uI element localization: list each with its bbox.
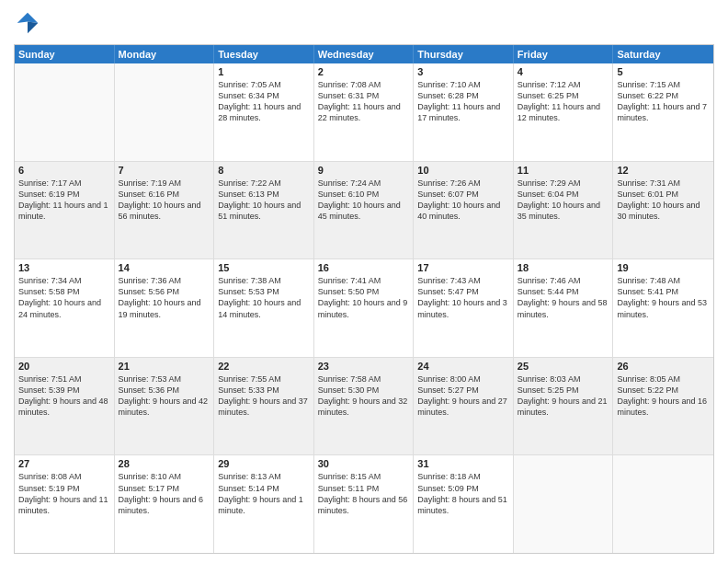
cell-info: Sunrise: 7:48 AMSunset: 5:41 PMDaylight:… (617, 275, 710, 320)
day-number: 4 (518, 66, 609, 77)
day-number: 8 (218, 165, 310, 176)
calendar-row-0: 1Sunrise: 7:05 AMSunset: 6:34 PMDaylight… (15, 63, 713, 161)
day-cell-13: 13Sunrise: 7:34 AMSunset: 5:58 PMDayligh… (15, 259, 115, 357)
weekday-header-saturday: Saturday (613, 45, 713, 63)
cell-info: Sunrise: 7:08 AMSunset: 6:31 PMDaylight:… (318, 79, 410, 124)
day-cell-31: 31Sunrise: 8:18 AMSunset: 5:09 PMDayligh… (414, 455, 514, 553)
day-number: 26 (617, 361, 710, 372)
day-cell-12: 12Sunrise: 7:31 AMSunset: 6:01 PMDayligh… (613, 162, 713, 259)
day-cell-28: 28Sunrise: 8:10 AMSunset: 5:17 PMDayligh… (115, 455, 215, 553)
day-number: 28 (119, 458, 210, 469)
day-number: 16 (318, 262, 410, 273)
day-cell-30: 30Sunrise: 8:15 AMSunset: 5:11 PMDayligh… (314, 455, 415, 553)
day-number: 1 (218, 66, 310, 77)
day-cell-26: 26Sunrise: 8:05 AMSunset: 5:22 PMDayligh… (613, 358, 713, 455)
svg-marker-1 (28, 22, 38, 34)
cell-info: Sunrise: 7:05 AMSunset: 6:34 PMDaylight:… (218, 79, 310, 124)
logo (14, 9, 45, 37)
cell-info: Sunrise: 7:36 AMSunset: 5:56 PMDaylight:… (119, 275, 210, 320)
empty-cell (613, 455, 713, 553)
day-number: 24 (417, 361, 509, 372)
cell-info: Sunrise: 7:31 AMSunset: 6:01 PMDaylight:… (617, 178, 710, 223)
day-number: 31 (417, 458, 509, 469)
day-cell-20: 20Sunrise: 7:51 AMSunset: 5:39 PMDayligh… (15, 358, 115, 455)
weekday-header-wednesday: Wednesday (314, 45, 415, 63)
calendar-row-3: 20Sunrise: 7:51 AMSunset: 5:39 PMDayligh… (15, 357, 713, 455)
calendar-header: SundayMondayTuesdayWednesdayThursdayFrid… (15, 45, 713, 63)
day-cell-5: 5Sunrise: 7:15 AMSunset: 6:22 PMDaylight… (613, 63, 713, 161)
weekday-header-friday: Friday (514, 45, 614, 63)
day-number: 13 (18, 262, 110, 273)
day-cell-29: 29Sunrise: 8:13 AMSunset: 5:14 PMDayligh… (214, 455, 314, 553)
day-number: 3 (417, 66, 509, 77)
cell-info: Sunrise: 8:13 AMSunset: 5:14 PMDaylight:… (218, 471, 310, 516)
cell-info: Sunrise: 7:34 AMSunset: 5:58 PMDaylight:… (18, 275, 110, 320)
cell-info: Sunrise: 8:00 AMSunset: 5:27 PMDaylight:… (417, 373, 509, 419)
logo-icon (14, 9, 41, 37)
day-number: 23 (318, 361, 410, 372)
day-number: 11 (518, 165, 609, 176)
cell-info: Sunrise: 8:15 AMSunset: 5:11 PMDaylight:… (318, 471, 410, 516)
calendar-row-2: 13Sunrise: 7:34 AMSunset: 5:58 PMDayligh… (15, 259, 713, 357)
day-cell-27: 27Sunrise: 8:08 AMSunset: 5:19 PMDayligh… (15, 455, 115, 553)
day-number: 2 (318, 66, 410, 77)
cell-info: Sunrise: 7:12 AMSunset: 6:25 PMDaylight:… (518, 79, 609, 124)
day-cell-16: 16Sunrise: 7:41 AMSunset: 5:50 PMDayligh… (314, 259, 415, 357)
day-cell-1: 1Sunrise: 7:05 AMSunset: 6:34 PMDaylight… (214, 63, 314, 161)
cell-info: Sunrise: 8:05 AMSunset: 5:22 PMDaylight:… (617, 373, 710, 419)
day-number: 10 (417, 165, 509, 176)
day-number: 14 (119, 262, 210, 273)
cell-info: Sunrise: 7:38 AMSunset: 5:53 PMDaylight:… (218, 275, 310, 320)
day-number: 5 (617, 66, 710, 77)
day-cell-6: 6Sunrise: 7:17 AMSunset: 6:19 PMDaylight… (15, 162, 115, 259)
cell-info: Sunrise: 7:26 AMSunset: 6:07 PMDaylight:… (417, 178, 509, 223)
cell-info: Sunrise: 7:41 AMSunset: 5:50 PMDaylight:… (318, 275, 410, 320)
cell-info: Sunrise: 7:10 AMSunset: 6:28 PMDaylight:… (417, 79, 509, 124)
cell-info: Sunrise: 7:29 AMSunset: 6:04 PMDaylight:… (518, 178, 609, 223)
weekday-header-thursday: Thursday (414, 45, 514, 63)
empty-cell (15, 63, 115, 161)
cell-info: Sunrise: 7:19 AMSunset: 6:16 PMDaylight:… (119, 178, 210, 223)
day-cell-8: 8Sunrise: 7:22 AMSunset: 6:13 PMDaylight… (214, 162, 314, 259)
day-cell-21: 21Sunrise: 7:53 AMSunset: 5:36 PMDayligh… (115, 358, 215, 455)
weekday-header-sunday: Sunday (15, 45, 115, 63)
svg-marker-0 (17, 13, 39, 23)
day-number: 29 (218, 458, 310, 469)
cell-info: Sunrise: 7:55 AMSunset: 5:33 PMDaylight:… (218, 373, 310, 419)
day-number: 17 (417, 262, 509, 273)
day-number: 12 (617, 165, 710, 176)
cell-info: Sunrise: 8:08 AMSunset: 5:19 PMDaylight:… (18, 471, 110, 516)
weekday-header-tuesday: Tuesday (214, 45, 314, 63)
day-cell-15: 15Sunrise: 7:38 AMSunset: 5:53 PMDayligh… (214, 259, 314, 357)
calendar-row-1: 6Sunrise: 7:17 AMSunset: 6:19 PMDaylight… (15, 161, 713, 259)
day-number: 19 (617, 262, 710, 273)
cell-info: Sunrise: 7:58 AMSunset: 5:30 PMDaylight:… (318, 373, 410, 419)
cell-info: Sunrise: 7:24 AMSunset: 6:10 PMDaylight:… (318, 178, 410, 223)
empty-cell (115, 63, 215, 161)
day-number: 18 (518, 262, 609, 273)
calendar-row-4: 27Sunrise: 8:08 AMSunset: 5:19 PMDayligh… (15, 454, 713, 553)
day-number: 6 (18, 165, 110, 176)
day-number: 30 (318, 458, 410, 469)
page: SundayMondayTuesdayWednesdayThursdayFrid… (0, 0, 728, 563)
day-cell-2: 2Sunrise: 7:08 AMSunset: 6:31 PMDaylight… (314, 63, 415, 161)
day-cell-25: 25Sunrise: 8:03 AMSunset: 5:25 PMDayligh… (514, 358, 614, 455)
day-cell-4: 4Sunrise: 7:12 AMSunset: 6:25 PMDaylight… (514, 63, 614, 161)
day-cell-23: 23Sunrise: 7:58 AMSunset: 5:30 PMDayligh… (314, 358, 415, 455)
day-cell-11: 11Sunrise: 7:29 AMSunset: 6:04 PMDayligh… (514, 162, 614, 259)
day-cell-14: 14Sunrise: 7:36 AMSunset: 5:56 PMDayligh… (115, 259, 215, 357)
calendar: SundayMondayTuesdayWednesdayThursdayFrid… (14, 44, 714, 554)
day-number: 7 (119, 165, 210, 176)
day-number: 25 (518, 361, 609, 372)
empty-cell (514, 455, 614, 553)
cell-info: Sunrise: 8:03 AMSunset: 5:25 PMDaylight:… (518, 373, 609, 419)
day-number: 9 (318, 165, 410, 176)
cell-info: Sunrise: 7:51 AMSunset: 5:39 PMDaylight:… (18, 373, 110, 419)
day-cell-17: 17Sunrise: 7:43 AMSunset: 5:47 PMDayligh… (414, 259, 514, 357)
day-cell-19: 19Sunrise: 7:48 AMSunset: 5:41 PMDayligh… (613, 259, 713, 357)
day-cell-18: 18Sunrise: 7:46 AMSunset: 5:44 PMDayligh… (514, 259, 614, 357)
day-number: 15 (218, 262, 310, 273)
day-cell-24: 24Sunrise: 8:00 AMSunset: 5:27 PMDayligh… (414, 358, 514, 455)
day-number: 22 (218, 361, 310, 372)
cell-info: Sunrise: 8:18 AMSunset: 5:09 PMDaylight:… (417, 471, 509, 516)
